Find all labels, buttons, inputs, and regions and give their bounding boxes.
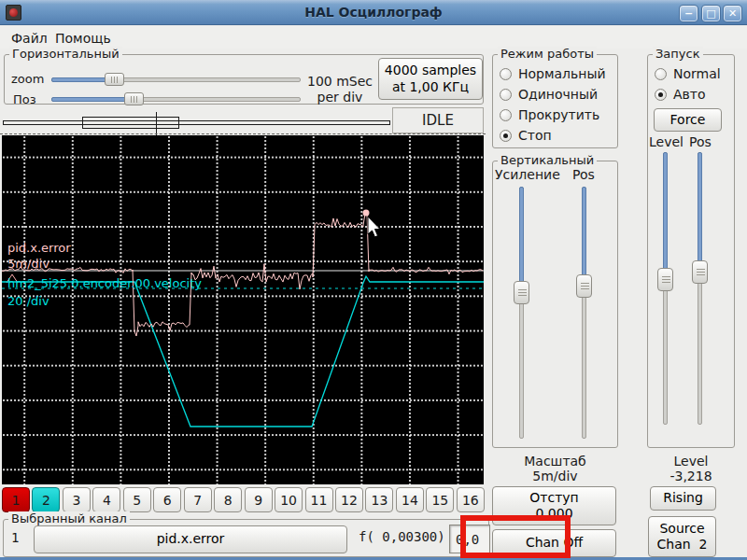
radio-circle-icon[interactable] <box>500 109 512 121</box>
channel-button-2[interactable]: 2 <box>32 487 60 512</box>
trigger-pos-label: Pos <box>689 134 712 149</box>
selected-channel-frame-label: Выбранный канал <box>8 511 130 525</box>
radio-circle-icon[interactable] <box>500 89 512 101</box>
radio-одиночный[interactable]: Одиночный <box>500 87 598 102</box>
time-per-div-value: 100 mSec <box>303 74 376 89</box>
gain-slider[interactable] <box>512 187 531 439</box>
trigger-pos-slider-thumb[interactable] <box>692 260 708 284</box>
channel-button-5[interactable]: 5 <box>123 487 151 512</box>
channel-button-10[interactable]: 10 <box>275 487 303 512</box>
annotation-highlight-box <box>460 515 571 558</box>
close-button[interactable]: ✕ <box>723 5 742 22</box>
channel-button-12[interactable]: 12 <box>335 487 363 512</box>
radio-circle-icon[interactable] <box>500 130 512 142</box>
radio-circle-icon[interactable] <box>655 89 667 101</box>
hpos-slider-label: Поз <box>13 92 36 106</box>
ch2-scale-label: 20 /div <box>7 294 49 308</box>
selected-channel-number: 1 <box>11 530 19 545</box>
hpos-slider-thumb[interactable] <box>124 92 144 105</box>
trigger-pos-slider[interactable] <box>690 152 710 425</box>
position-cursor-line <box>156 112 157 135</box>
gain-slider-thumb[interactable] <box>514 281 529 304</box>
channel-button-8[interactable]: 8 <box>214 487 242 512</box>
focus-dash-top <box>0 133 486 134</box>
vpos-slider[interactable] <box>574 187 594 439</box>
ch1-name-label: pid.x.error <box>7 241 71 255</box>
run-mode-frame-label: Режим работы <box>498 47 597 61</box>
radio-circle-icon[interactable] <box>655 68 667 80</box>
gain-label: Усиление <box>495 167 560 182</box>
radio-circle-icon[interactable] <box>500 68 512 80</box>
scale-value: 5m/div <box>492 469 618 483</box>
zoom-slider[interactable] <box>51 73 301 86</box>
vertical-frame-label: Вертикальный <box>498 153 597 167</box>
channel-button-7[interactable]: 7 <box>184 487 212 512</box>
trigger-frame-label: Запуск <box>653 47 703 61</box>
run-mode-frame: Режим работы НормальныйОдиночныйПрокрути… <box>492 54 618 148</box>
record-position-bar <box>3 120 390 125</box>
scale-title: Масштаб <box>492 454 618 469</box>
horizontal-frame-label: Горизонтальный <box>9 47 122 61</box>
radio-normal[interactable]: Normal <box>655 66 721 81</box>
zoom-slider-label: zoom <box>11 72 44 86</box>
zoom-slider-thumb[interactable] <box>105 73 124 86</box>
maximize-button[interactable]: □ <box>701 5 721 22</box>
ch1-scale-label: 5m/div <box>7 257 49 271</box>
force-button[interactable]: Force <box>654 108 722 132</box>
menu-file[interactable]: Файл <box>7 29 51 48</box>
channel-button-3[interactable]: 3 <box>63 487 91 512</box>
trigger-readout-title: Level <box>647 454 735 469</box>
time-per-div-label: per div <box>303 90 376 105</box>
mouse-cursor-icon <box>368 217 380 237</box>
trigger-level-label: Level <box>649 134 684 149</box>
channel-source-button[interactable]: pid.x.error <box>34 525 347 553</box>
channel-button-11[interactable]: 11 <box>305 487 333 512</box>
menu-help[interactable]: Помощь <box>51 29 115 48</box>
minimize-button[interactable]: − <box>679 5 698 22</box>
window-title: HAL Осциллограф <box>0 5 747 20</box>
radio-нормальный[interactable]: Нормальный <box>500 66 606 81</box>
channel-button-1[interactable]: 1 <box>2 487 30 512</box>
status-badge: IDLE <box>392 107 484 133</box>
channel-button-14[interactable]: 14 <box>396 487 424 512</box>
trace-peak-marker-dot <box>363 210 370 217</box>
hpos-slider[interactable] <box>51 92 301 105</box>
edge-button[interactable]: Rising <box>650 486 716 511</box>
titlebar[interactable]: HAL Осциллограф − □ ✕ <box>0 0 747 25</box>
vpos-label: Pos <box>572 167 595 182</box>
channel-button-6[interactable]: 6 <box>153 487 181 512</box>
trigger-readout-value: -3,218 <box>647 469 735 483</box>
source-button[interactable]: Source Chan 2 <box>648 516 716 557</box>
channel-button-15[interactable]: 15 <box>426 487 454 512</box>
trigger-level-slider-thumb[interactable] <box>657 268 673 291</box>
channel-button-16[interactable]: 16 <box>457 487 485 512</box>
scope-display[interactable]: pid.x.error 5m/div hm2_5i25.0.encoder.00… <box>2 135 484 484</box>
channel-buttons: 12345678910111213141516 <box>2 487 485 512</box>
samples-button[interactable]: 4000 samples at 1,00 КГц <box>378 58 483 100</box>
radio-авто[interactable]: Авто <box>655 87 706 102</box>
channel-button-13[interactable]: 13 <box>365 487 393 512</box>
radio-стоп[interactable]: Стоп <box>500 128 552 143</box>
ch2-name-label: hm2_5i25.0.encoder.00.velocity <box>7 276 202 290</box>
zoom-window-box[interactable] <box>82 117 179 129</box>
channel-button-9[interactable]: 9 <box>245 487 273 512</box>
radio-прокрутить[interactable]: Прокрутить <box>500 107 599 122</box>
menubar: Файл Помощь <box>0 26 747 49</box>
vpos-slider-thumb[interactable] <box>576 274 592 298</box>
channel-button-4[interactable]: 4 <box>92 487 120 512</box>
trigger-level-slider[interactable] <box>655 152 675 425</box>
